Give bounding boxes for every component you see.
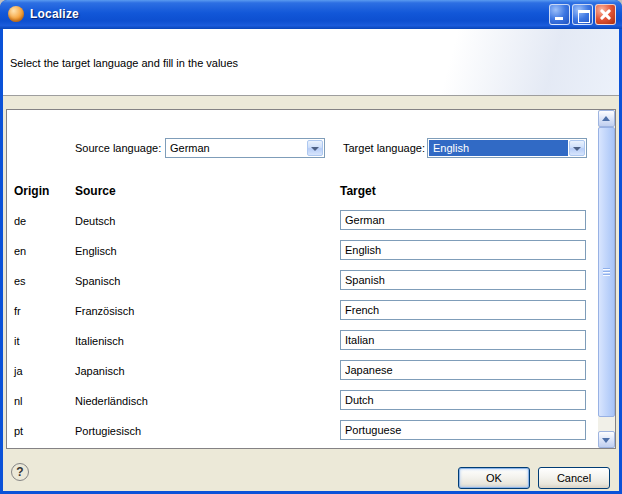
source-language-value: German <box>166 139 306 157</box>
target-input[interactable] <box>340 210 586 230</box>
source-cell: Deutsch <box>75 215 115 227</box>
column-header-source: Source <box>75 184 116 198</box>
translation-rows: de Deutsch en Englisch es Spanisch fr Fr… <box>7 206 598 446</box>
source-language-label: Source language: <box>75 138 161 158</box>
source-cell: Portugiesisch <box>75 425 141 437</box>
source-cell: Spanisch <box>75 275 120 287</box>
scroll-thumb[interactable] <box>598 127 615 417</box>
localize-dialog: Localize Select the target language and … <box>0 0 622 494</box>
origin-cell: de <box>14 215 26 227</box>
table-row: es Spanisch <box>7 266 598 296</box>
ok-button[interactable]: OK <box>458 467 530 489</box>
origin-cell: es <box>14 275 26 287</box>
app-icon <box>8 6 24 22</box>
source-cell: Englisch <box>75 245 117 257</box>
header-separator <box>3 95 619 96</box>
close-button[interactable] <box>595 4 616 25</box>
instruction-text: Select the target language and fill in t… <box>10 57 238 69</box>
maximize-button[interactable] <box>572 4 593 25</box>
table-row: nl Niederländisch <box>7 386 598 416</box>
source-language-combo[interactable]: German <box>165 138 325 158</box>
table-row: de Deutsch <box>7 206 598 236</box>
target-language-value: English <box>429 140 568 156</box>
target-input[interactable] <box>340 360 586 380</box>
source-cell: Japanisch <box>75 365 125 377</box>
table-row: ja Japanisch <box>7 356 598 386</box>
table-row: pt Portugiesisch <box>7 416 598 446</box>
origin-cell: nl <box>14 395 23 407</box>
cancel-button[interactable]: Cancel <box>538 467 610 489</box>
source-cell: Niederländisch <box>75 395 148 407</box>
target-language-combo[interactable]: English <box>427 138 587 158</box>
scrollbar[interactable] <box>598 110 615 448</box>
target-input[interactable] <box>340 270 586 290</box>
scroll-down-icon[interactable] <box>598 431 615 448</box>
button-bar: ? OK Cancel <box>3 449 619 491</box>
target-input[interactable] <box>340 240 586 260</box>
table-row: en Englisch <box>7 236 598 266</box>
target-input[interactable] <box>340 330 586 350</box>
scroll-up-icon[interactable] <box>598 110 615 127</box>
window-title: Localize <box>30 7 79 21</box>
chevron-down-icon[interactable] <box>307 140 323 156</box>
origin-cell: pt <box>14 425 23 437</box>
origin-cell: it <box>14 335 20 347</box>
chevron-down-icon[interactable] <box>569 140 585 156</box>
window-controls <box>549 4 616 25</box>
origin-cell: en <box>14 245 26 257</box>
dialog-body: Select the target language and fill in t… <box>3 29 619 491</box>
source-cell: Französisch <box>75 305 134 317</box>
source-cell: Italienisch <box>75 335 124 347</box>
target-input[interactable] <box>340 390 586 410</box>
table-row: it Italienisch <box>7 326 598 356</box>
titlebar[interactable]: Localize <box>0 0 622 29</box>
minimize-button[interactable] <box>549 4 570 25</box>
origin-cell: ja <box>14 365 23 377</box>
column-header-origin: Origin <box>14 184 49 198</box>
help-icon[interactable]: ? <box>11 463 29 481</box>
table-row: fr Französisch <box>7 296 598 326</box>
origin-cell: fr <box>14 305 21 317</box>
content-panel: Source language: German Target language:… <box>6 109 616 449</box>
target-input[interactable] <box>340 300 586 320</box>
column-header-target: Target <box>340 184 376 198</box>
wizard-banner: Select the target language and fill in t… <box>3 29 619 95</box>
target-input[interactable] <box>340 420 586 440</box>
target-language-label: Target language: <box>343 138 425 158</box>
